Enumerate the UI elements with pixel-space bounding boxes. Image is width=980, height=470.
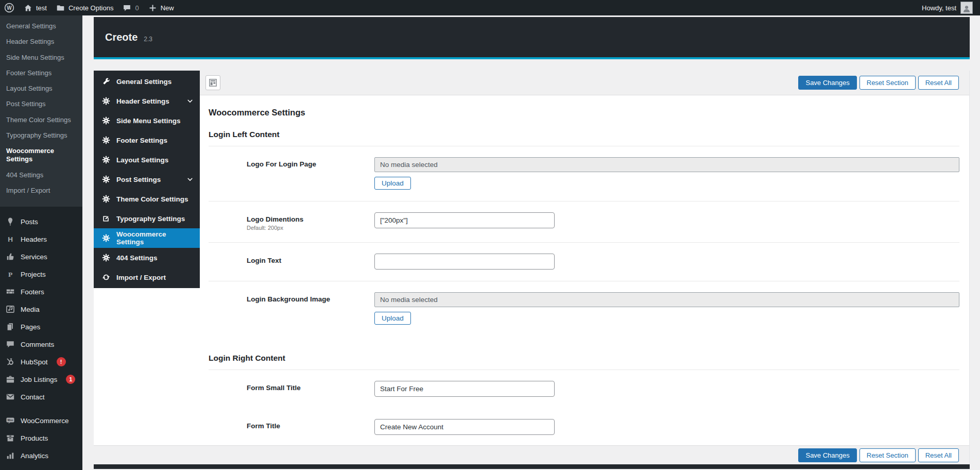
gear-icon — [102, 234, 110, 242]
reset-section-button[interactable]: Reset Section — [859, 76, 916, 90]
submenu-item[interactable]: Woocommerce Settings — [0, 143, 82, 167]
sidebar-item[interactable]: Comments — [0, 335, 82, 353]
media-input[interactable]: No media selected — [374, 292, 959, 307]
save-changes-button-bottom[interactable]: Save Changes — [798, 448, 856, 462]
text-input[interactable] — [374, 381, 555, 397]
submenu-item[interactable]: General Settings — [0, 19, 82, 34]
panel-menu-item[interactable]: 404 Settings — [94, 248, 200, 267]
panel-menu-item[interactable]: Header Settings — [94, 91, 200, 111]
comment-icon — [6, 340, 15, 349]
svg-text:H: H — [8, 236, 13, 243]
reset-all-button[interactable]: Reset All — [918, 76, 959, 90]
panel-footer-strip — [94, 464, 970, 469]
field-control-cell: No media selectedUpload — [374, 292, 959, 325]
settings-section: Login Right ContentForm Small TitleForm … — [209, 354, 959, 445]
submenu-item[interactable]: Layout Settings — [0, 81, 82, 96]
site-name-link[interactable]: test — [24, 4, 47, 12]
panel-menu-item[interactable]: Layout Settings — [94, 150, 200, 170]
creote-options-label: Creote Options — [68, 4, 113, 12]
submenu-item[interactable]: Side Menu Settings — [0, 50, 82, 65]
panel-menu-item[interactable]: Post Settings — [94, 170, 200, 189]
reset-all-button-bottom[interactable]: Reset All — [918, 448, 959, 462]
sidebar-item[interactable]: PProjects — [0, 265, 82, 283]
creote-options-link[interactable]: Creote Options — [56, 4, 113, 12]
submenu-item[interactable]: Import / Export — [0, 183, 82, 198]
wordpress-logo-icon: W — [4, 3, 14, 13]
panel-menu-label: 404 Settings — [116, 254, 158, 262]
sidebar-item[interactable]: Services — [0, 248, 82, 265]
text-input[interactable] — [374, 254, 555, 270]
text-input[interactable] — [374, 212, 555, 228]
sync-icon — [102, 273, 110, 281]
panel-menu-item[interactable]: Typography Settings — [94, 209, 200, 228]
sidebar-item-label: Job Listings — [21, 376, 57, 383]
sidebar-item-label: Footers — [21, 288, 44, 296]
submenu-item[interactable]: Typography Settings — [0, 128, 82, 143]
new-content-menu[interactable]: New — [148, 4, 174, 12]
field-control-cell — [374, 254, 959, 270]
sidebar-item[interactable]: Job Listings1 — [0, 371, 82, 388]
panel-menu-label: Post Settings — [116, 176, 161, 183]
panel-menu-item[interactable]: Footer Settings — [94, 130, 200, 150]
sidebar-item-label: WooCommerce — [21, 417, 69, 425]
panel-menu-item[interactable]: Import / Export — [94, 267, 200, 287]
sidebar-item[interactable]: Media — [0, 300, 82, 318]
field-control-cell — [374, 381, 959, 397]
layout-toggle-button[interactable] — [205, 75, 220, 90]
sidebar-item[interactable]: WooWooCommerce — [0, 412, 82, 429]
wordpress-menu[interactable]: W — [4, 3, 14, 13]
section-title: Login Right Content — [209, 354, 959, 370]
gear-icon — [102, 136, 110, 144]
admin-sidebar: General SettingsHeader SettingsSide Menu… — [0, 15, 82, 470]
text-input[interactable] — [374, 419, 555, 435]
upload-button[interactable]: Upload — [374, 177, 411, 190]
chevron-down-icon — [186, 176, 194, 183]
submenu-item[interactable]: Theme Color Settings — [0, 112, 82, 128]
sidebar-item[interactable]: Posts — [0, 213, 82, 230]
sidebar-item[interactable]: Analytics — [0, 447, 82, 464]
sidebar-item[interactable]: Marketing — [0, 464, 82, 470]
sidebar-item-label: Posts — [21, 218, 38, 226]
field-label-cell: Logo DimentionsDefault: 200px — [247, 212, 374, 231]
save-changes-button[interactable]: Save Changes — [798, 76, 856, 90]
field-label-cell: Login Background Image — [247, 292, 374, 325]
wrench-icon — [102, 77, 110, 86]
sidebar-item[interactable]: HubSpot! — [0, 353, 82, 371]
field-row: Login Background ImageNo media selectedU… — [209, 281, 959, 336]
sidebar-item-label: Media — [21, 306, 40, 313]
briefcase-icon — [6, 375, 15, 384]
reset-section-button-bottom[interactable]: Reset Section — [859, 448, 916, 462]
panel-menu-item[interactable]: Theme Color Settings — [94, 189, 200, 209]
submenu-item[interactable]: Footer Settings — [0, 65, 82, 81]
panel-menu-item[interactable]: Woocommerce Settings — [94, 228, 200, 248]
sidebar-item[interactable]: Contact — [0, 388, 82, 406]
comments-shortcut[interactable]: 0 — [123, 4, 139, 12]
sidebar-item[interactable]: Footers — [0, 283, 82, 300]
edit-icon — [102, 214, 110, 223]
gear-icon — [102, 156, 110, 164]
submenu-item[interactable]: Header Settings — [0, 34, 82, 49]
sidebar-item-label: Headers — [21, 236, 47, 243]
submenu-item[interactable]: Post Settings — [0, 96, 82, 112]
svg-text:Woo: Woo — [8, 418, 13, 422]
sidebar-item-label: Pages — [21, 323, 40, 331]
sidebar-item[interactable]: Pages — [0, 318, 82, 335]
panel-menu-label: Layout Settings — [116, 156, 168, 164]
sidebar-item[interactable]: HHeaders — [0, 230, 82, 248]
panel-menu-item[interactable]: General Settings — [94, 72, 200, 91]
gear-icon — [102, 116, 110, 125]
field-label: Form Title — [247, 422, 374, 430]
account-menu[interactable]: Howdy, test — [922, 2, 973, 14]
media-input[interactable]: No media selected — [374, 157, 959, 172]
submenu-item[interactable]: 404 Settings — [0, 167, 82, 183]
plus-icon — [148, 4, 157, 12]
thumbs-up-icon — [6, 252, 15, 261]
panel-menu-item[interactable]: Side Menu Settings — [94, 111, 200, 130]
comment-count: 0 — [135, 4, 139, 12]
home-icon — [24, 4, 32, 12]
field-control-cell — [374, 419, 959, 435]
wordpress-admin-page: W test Creote Options 0 New Howdy, test … — [0, 0, 980, 470]
upload-button[interactable]: Upload — [374, 312, 411, 325]
sidebar-item[interactable]: Products — [0, 429, 82, 447]
svg-text:W: W — [7, 5, 12, 11]
